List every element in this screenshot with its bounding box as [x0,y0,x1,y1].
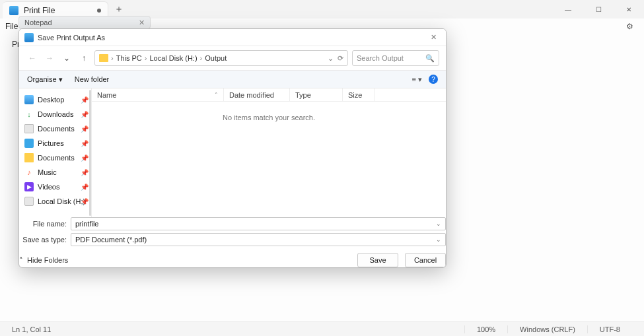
arrow-right-icon: → [46,53,54,63]
save-as-type-select[interactable]: PDF Document (*.pdf) ⌄ [71,233,446,246]
gear-icon: ⚙ [626,22,633,31]
list-header: Name˄ Date modified Type Size [92,88,446,102]
pin-icon: 📌 [81,111,89,118]
nav-recent-button[interactable]: ⌄ [60,51,73,65]
pin-icon: 📌 [81,154,89,162]
file-list-pane: Name˄ Date modified Type Size No items m… [92,88,446,217]
arrow-left-icon: ← [28,53,36,63]
organise-button[interactable]: Organise ▾ [27,75,63,84]
dialog-body: Desktop📌 ↓Downloads📌 Documents📌 Pictures… [19,88,446,217]
dialog-navrow: ← → ⌄ ↑ › This PC › Local Disk (H:) › Ou… [19,46,446,70]
download-icon: ↓ [24,110,34,119]
help-button[interactable]: ? [429,75,438,84]
sidebar-item-label: Local Disk (H:) [38,197,85,205]
pin-icon: 📌 [81,96,89,104]
sidebar-item-videos[interactable]: ▶Videos📌 [19,180,91,194]
sort-asc-icon: ˄ [215,92,218,98]
sidebar-item-desktop[interactable]: Desktop📌 [19,92,91,107]
document-tab-title: Print File [24,6,55,15]
sidebar: Desktop📌 ↓Downloads📌 Documents📌 Pictures… [19,88,92,217]
save-dialog: Save Print Output As ✕ ← → ⌄ ↑ › This PC… [18,28,447,268]
sidebar-item-label: Music [38,168,57,176]
nav-up-button[interactable]: ↑ [77,51,90,65]
pin-icon: 📌 [81,198,89,205]
breadcrumb[interactable]: Local Disk (H:) [149,54,197,62]
search-placeholder: Search Output [357,54,404,62]
chevron-down-icon[interactable]: ⌄ [436,236,441,243]
breadcrumb[interactable]: Output [205,54,227,62]
nav-forward-button[interactable]: → [43,51,56,65]
column-size[interactable]: Size [343,88,375,101]
video-icon: ▶ [24,182,34,191]
dialog-bottom: File name: printfile ⌄ Save as type: PDF… [19,217,446,267]
save-as-type-label: Save as type: [19,236,67,244]
sidebar-item-documents[interactable]: Documents📌 [19,121,91,136]
close-button[interactable]: ✕ [614,0,644,18]
filename-input[interactable]: printfile ⌄ [71,217,446,230]
maximize-button[interactable]: ☐ [583,0,614,18]
address-bar[interactable]: › This PC › Local Disk (H:) › Output ⌄ ⟳ [94,50,348,66]
minimize-button[interactable]: — [553,0,583,18]
music-icon: ♪ [24,168,34,177]
chevron-down-icon[interactable]: ⌄ [436,220,441,227]
filename-value: printfile [75,220,98,228]
disk-icon [24,197,34,206]
pin-icon: 📌 [81,169,89,176]
document-icon [9,6,18,15]
breadcrumb-separator-icon: › [111,54,114,62]
line-ending[interactable]: Windows (CRLF) [507,325,587,333]
notepad-tab-label: Notepad [24,18,52,26]
search-input[interactable]: Search Output 🔍 [352,50,439,66]
sidebar-item-pictures[interactable]: Pictures📌 [19,136,91,151]
pin-icon: 📌 [81,125,89,133]
sidebar-item-downloads[interactable]: ↓Downloads📌 [19,107,91,121]
empty-message: No items match your search. [92,102,446,217]
view-mode-button[interactable]: ≡ ▾ [412,75,422,84]
sidebar-item-label: Downloads [38,110,73,118]
hide-folders-label: Hide Folders [27,256,68,264]
sidebar-item-label: Desktop [38,96,64,104]
column-date[interactable]: Date modified [224,88,290,101]
sidebar-item-local-disk[interactable]: Local Disk (H:)📌 [19,194,91,209]
sidebar-scrollbar[interactable] [89,90,91,216]
save-button[interactable]: Save [357,253,398,267]
dialog-close-button[interactable]: ✕ [427,33,441,42]
folder-icon [99,54,108,62]
hide-folders-toggle[interactable]: ˄ Hide Folders [19,256,68,265]
address-dropdown-button[interactable]: ⌄ [328,54,334,63]
column-name[interactable]: Name˄ [92,88,224,101]
cursor-position: Ln 1, Col 11 [12,325,51,333]
zoom-level[interactable]: 100% [464,325,507,333]
statusbar: Ln 1, Col 11 100% Windows (CRLF) UTF-8 [0,321,644,336]
refresh-button[interactable]: ⟳ [338,54,343,63]
nav-back-button[interactable]: ← [26,51,39,65]
chevron-down-icon: ⌄ [63,53,70,63]
close-icon[interactable]: ✕ [139,18,145,27]
arrow-up-icon: ↑ [82,53,86,63]
new-folder-button[interactable]: New folder [75,75,110,83]
dialog-title: Save Print Output As [38,34,105,42]
menu-file[interactable]: File [5,22,18,31]
sidebar-item-music[interactable]: ♪Music📌 [19,165,91,180]
column-type[interactable]: Type [290,88,343,101]
save-as-type-value: PDF Document (*.pdf) [75,236,147,244]
sidebar-item-label: Videos [38,183,59,191]
breadcrumb[interactable]: This PC [116,54,142,62]
dialog-titlebar: Save Print Output As ✕ [19,29,446,46]
settings-button[interactable]: ⚙ [626,22,633,31]
encoding[interactable]: UTF-8 [587,325,632,333]
sidebar-item-label: Documents [38,154,75,162]
sidebar-item-label: Documents [38,125,75,133]
filename-label: File name: [19,220,67,228]
pin-icon: 📌 [81,184,89,191]
pin-icon: 📌 [81,140,89,147]
notepad-background-tab[interactable]: Notepad ✕ [18,16,151,29]
dialog-app-icon [24,33,34,42]
chevron-up-icon: ˄ [19,256,23,265]
cancel-button[interactable]: Cancel [405,253,446,267]
breadcrumb-separator-icon: › [145,54,147,62]
dialog-toolbar: Organise ▾ New folder ≡ ▾ ? [19,70,446,88]
window-controls: — ☐ ✕ [553,0,644,18]
modified-indicator-icon [97,9,101,13]
sidebar-item-documents-folder[interactable]: Documents📌 [19,151,91,165]
